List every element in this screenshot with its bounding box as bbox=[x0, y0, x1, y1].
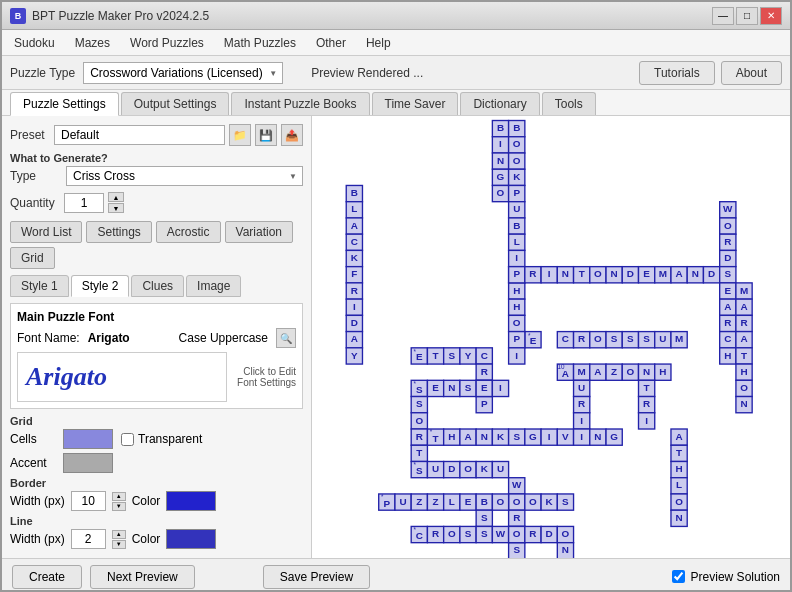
create-button[interactable]: Create bbox=[12, 565, 82, 589]
settings-button[interactable]: Settings bbox=[86, 221, 151, 243]
preset-row: Preset 📁 💾 📤 bbox=[10, 124, 303, 146]
svg-text:I: I bbox=[548, 431, 551, 442]
border-title: Border bbox=[10, 477, 303, 489]
svg-text:N: N bbox=[692, 268, 699, 279]
grid-section: Grid Cells Transparent Accent bbox=[10, 415, 303, 473]
tab-time-saver[interactable]: Time Saver bbox=[372, 92, 459, 115]
save-preview-button[interactable]: Save Preview bbox=[263, 565, 370, 589]
variation-button[interactable]: Variation bbox=[225, 221, 293, 243]
svg-text:Z: Z bbox=[433, 496, 439, 507]
svg-text:B: B bbox=[513, 122, 520, 133]
border-width-down[interactable]: ▼ bbox=[112, 502, 126, 511]
svg-text:P: P bbox=[513, 333, 520, 344]
puzzle-type-select[interactable]: Crossword Variations (Licensed) bbox=[83, 62, 283, 84]
tab-puzzle-settings[interactable]: Puzzle Settings bbox=[10, 92, 119, 116]
accent-row: Accent bbox=[10, 453, 303, 473]
line-width-up[interactable]: ▲ bbox=[112, 530, 126, 539]
border-width-input[interactable] bbox=[71, 491, 106, 511]
preset-export-button[interactable]: 📤 bbox=[281, 124, 303, 146]
preset-save-button[interactable]: 💾 bbox=[255, 124, 277, 146]
svg-text:S: S bbox=[416, 384, 423, 395]
accent-label: Accent bbox=[10, 456, 55, 470]
qty-up-button[interactable]: ▲ bbox=[108, 192, 124, 202]
sub-tab-clues[interactable]: Clues bbox=[131, 275, 184, 297]
font-preview[interactable]: Arigato bbox=[17, 352, 227, 402]
border-width-up[interactable]: ▲ bbox=[112, 492, 126, 501]
border-width-label: Width (px) bbox=[10, 494, 65, 508]
type-select[interactable]: Criss Cross bbox=[66, 166, 303, 186]
menu-other[interactable]: Other bbox=[308, 33, 354, 53]
preset-folder-button[interactable]: 📁 bbox=[229, 124, 251, 146]
preview-solution-label: Preview Solution bbox=[691, 570, 780, 584]
grid-button[interactable]: Grid bbox=[10, 247, 55, 269]
svg-text:R: R bbox=[643, 398, 650, 409]
about-button[interactable]: About bbox=[721, 61, 782, 85]
svg-text:T: T bbox=[416, 447, 422, 458]
svg-text:N: N bbox=[611, 268, 618, 279]
svg-text:E: E bbox=[724, 285, 731, 296]
border-width-spinner: ▲ ▼ bbox=[112, 492, 126, 511]
line-color-swatch[interactable] bbox=[166, 529, 216, 549]
tab-output-settings[interactable]: Output Settings bbox=[121, 92, 230, 115]
close-button[interactable]: ✕ bbox=[760, 7, 782, 25]
svg-text:M: M bbox=[740, 285, 748, 296]
tab-instant-puzzle-books[interactable]: Instant Puzzle Books bbox=[231, 92, 369, 115]
svg-text:V: V bbox=[562, 431, 569, 442]
qty-down-button[interactable]: ▼ bbox=[108, 203, 124, 213]
search-font-button[interactable]: 🔍 bbox=[276, 328, 296, 348]
svg-text:O: O bbox=[529, 496, 537, 507]
type-label: Type bbox=[10, 169, 60, 183]
menu-help[interactable]: Help bbox=[358, 33, 399, 53]
svg-text:H: H bbox=[724, 350, 731, 361]
minimize-button[interactable]: — bbox=[712, 7, 734, 25]
svg-text:N: N bbox=[497, 155, 504, 166]
svg-text:A: A bbox=[740, 333, 747, 344]
type-select-wrapper[interactable]: Criss Cross bbox=[66, 166, 303, 186]
sub-tab-image[interactable]: Image bbox=[186, 275, 241, 297]
menu-mazes[interactable]: Mazes bbox=[67, 33, 118, 53]
svg-text:S: S bbox=[611, 333, 618, 344]
what-to-generate-label: What to Generate? bbox=[10, 152, 303, 164]
svg-text:A: A bbox=[464, 431, 471, 442]
font-edit-text[interactable]: Click to Edit Font Settings bbox=[237, 366, 296, 388]
line-width-row: Width (px) ▲ ▼ Color bbox=[10, 529, 303, 549]
border-color-swatch[interactable] bbox=[166, 491, 216, 511]
svg-text:B: B bbox=[351, 187, 358, 198]
svg-text:O: O bbox=[562, 528, 570, 539]
tab-dictionary[interactable]: Dictionary bbox=[460, 92, 539, 115]
svg-text:O: O bbox=[448, 528, 456, 539]
menu-word-puzzles[interactable]: Word Puzzles bbox=[122, 33, 212, 53]
svg-text:H: H bbox=[659, 366, 666, 377]
type-row: Type Criss Cross bbox=[10, 166, 303, 186]
svg-text:S: S bbox=[643, 333, 650, 344]
preview-solution-checkbox[interactable] bbox=[672, 570, 685, 583]
sub-tab-style2[interactable]: Style 2 bbox=[71, 275, 130, 297]
word-list-button[interactable]: Word List bbox=[10, 221, 82, 243]
preset-input[interactable] bbox=[54, 125, 225, 145]
svg-text:R: R bbox=[578, 398, 585, 409]
svg-text:K: K bbox=[351, 252, 359, 263]
tutorials-button[interactable]: Tutorials bbox=[639, 61, 715, 85]
menu-math-puzzles[interactable]: Math Puzzles bbox=[216, 33, 304, 53]
quantity-input[interactable] bbox=[64, 193, 104, 213]
svg-text:O: O bbox=[675, 496, 683, 507]
sub-tab-style1[interactable]: Style 1 bbox=[10, 275, 69, 297]
puzzle-type-select-wrapper[interactable]: Crossword Variations (Licensed) bbox=[83, 62, 283, 84]
line-width-input[interactable] bbox=[71, 529, 106, 549]
cells-color-swatch[interactable] bbox=[63, 429, 113, 449]
maximize-button[interactable]: □ bbox=[736, 7, 758, 25]
tab-tools[interactable]: Tools bbox=[542, 92, 596, 115]
font-section-title: Main Puzzle Font bbox=[17, 310, 296, 324]
menu-sudoku[interactable]: Sudoku bbox=[6, 33, 63, 53]
svg-text:S: S bbox=[448, 350, 455, 361]
next-preview-button[interactable]: Next Preview bbox=[90, 565, 195, 589]
svg-text:P: P bbox=[513, 268, 520, 279]
font-name-row: Font Name: Arigato Case Uppercase 🔍 bbox=[17, 328, 296, 348]
svg-text:P: P bbox=[513, 187, 520, 198]
svg-text:K: K bbox=[513, 171, 521, 182]
svg-text:T: T bbox=[579, 268, 585, 279]
transparent-checkbox[interactable] bbox=[121, 433, 134, 446]
acrostic-button[interactable]: Acrostic bbox=[156, 221, 221, 243]
line-width-down[interactable]: ▼ bbox=[112, 540, 126, 549]
accent-color-swatch[interactable] bbox=[63, 453, 113, 473]
